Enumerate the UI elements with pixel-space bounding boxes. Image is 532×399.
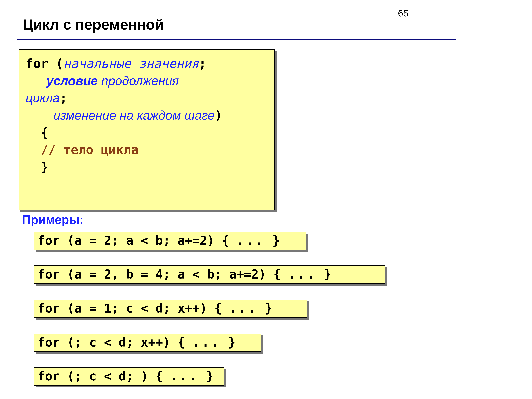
example-5-text: for (; c < d; ) { ... }: [34, 368, 224, 385]
example-2-text: for (a = 2, b = 4; a < b; a+=2) { ... }: [34, 266, 385, 283]
page-title: Цикл с переменной: [23, 16, 164, 33]
semi-2: ;: [60, 91, 67, 105]
syntax-line-1: for (начальные значения;: [26, 55, 268, 72]
example-box-5: for (; c < d; ) { ... }: [34, 367, 224, 386]
syntax-line-6: // тело цикла: [26, 141, 268, 158]
example-box-1: for (a = 2; a < b; a+=2) { ... }: [34, 232, 306, 250]
for-keyword: for (: [26, 56, 63, 71]
syntax-line-2: условие продолжения: [26, 72, 268, 89]
syntax-line-5: {: [26, 124, 268, 141]
page-number: 65: [398, 8, 408, 19]
syntax-box: for (начальные значения; условие продолж…: [19, 49, 275, 210]
example-box-4: for (; c < d; x++) { ... }: [34, 334, 261, 352]
examples-label: Примеры:: [22, 213, 84, 227]
example-4-text: for (; c < d; x++) { ... }: [34, 334, 261, 351]
syntax-line-4: изменение на каждом шаге): [26, 107, 268, 124]
close-brace: }: [41, 160, 48, 174]
example-1-text: for (a = 2; a < b; a+=2) { ... }: [34, 232, 305, 249]
cond-rest: продолжения: [98, 74, 179, 88]
init-text: начальные значения: [63, 56, 199, 71]
title-rule: [17, 38, 456, 40]
cond-rest2: цикла: [26, 91, 60, 105]
example-box-2: for (a = 2, b = 4; a < b; a+=2) { ... }: [34, 266, 385, 284]
semi-1: ;: [199, 56, 206, 71]
syntax-line-7: }: [26, 158, 268, 176]
example-3-text: for (a = 1; c < d; x++) { ... }: [34, 300, 307, 317]
comment-text: // тело цикла: [41, 143, 139, 157]
cond-kw: условие: [47, 74, 98, 88]
example-box-3: for (a = 1; c < d; x++) { ... }: [34, 299, 307, 318]
close-paren: ): [215, 108, 222, 122]
open-brace: {: [41, 125, 48, 140]
step-text: изменение на каждом шаге: [53, 108, 215, 122]
syntax-line-3: цикла;: [26, 89, 268, 107]
